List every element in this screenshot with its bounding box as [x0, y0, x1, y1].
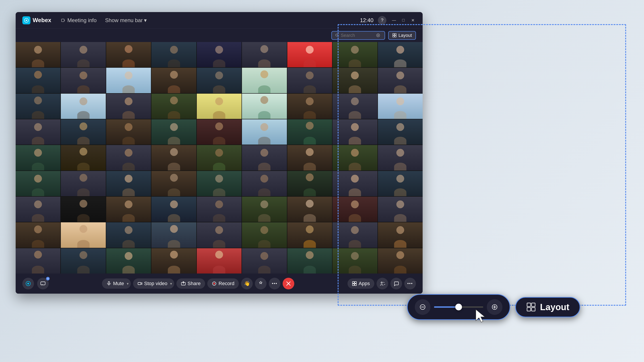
record-button[interactable]: Record	[207, 278, 239, 289]
zoom-out-button[interactable]	[415, 299, 430, 315]
video-cell-42[interactable]	[287, 145, 332, 170]
video-cell-78[interactable]	[287, 248, 332, 274]
video-cell-35[interactable]	[378, 119, 422, 145]
video-cell-66[interactable]	[152, 222, 196, 248]
maximize-button[interactable]: □	[400, 17, 406, 23]
video-cell-69[interactable]	[287, 222, 332, 248]
effects-button[interactable]	[255, 278, 266, 289]
video-cell-38[interactable]	[106, 145, 151, 170]
video-cell-29[interactable]	[106, 119, 151, 145]
video-cell-49[interactable]	[197, 171, 242, 196]
video-cell-7[interactable]	[332, 42, 377, 67]
more-options-button[interactable]: •••	[269, 278, 280, 289]
video-cell-31[interactable]	[197, 119, 242, 145]
video-cell-8[interactable]	[378, 42, 422, 67]
video-cell-9[interactable]	[16, 68, 60, 93]
video-cell-0[interactable]	[16, 42, 60, 67]
video-cell-68[interactable]	[242, 222, 287, 248]
video-cell-54[interactable]	[16, 197, 60, 222]
video-cell-56[interactable]	[106, 197, 151, 222]
zoom-slider[interactable]	[434, 306, 483, 308]
video-cell-59[interactable]	[242, 197, 287, 222]
video-cell-19[interactable]	[61, 94, 106, 119]
video-cell-3[interactable]	[152, 42, 196, 67]
video-cell-16[interactable]	[332, 68, 377, 93]
video-cell-64[interactable]	[61, 222, 106, 248]
chat-side-button[interactable]	[390, 278, 402, 289]
video-cell-73[interactable]	[61, 248, 106, 274]
video-cell-23[interactable]	[242, 94, 287, 119]
video-cell-55[interactable]	[61, 197, 106, 222]
video-cell-11[interactable]	[106, 68, 151, 93]
video-cell-6[interactable]	[287, 42, 332, 67]
more-right-button[interactable]: •••	[404, 278, 416, 289]
video-cell-34[interactable]	[332, 119, 377, 145]
video-cell-21[interactable]	[152, 94, 196, 119]
video-cell-40[interactable]	[197, 145, 242, 170]
video-cell-28[interactable]	[61, 119, 106, 145]
video-cell-70[interactable]	[332, 222, 377, 248]
video-cell-44[interactable]	[378, 145, 422, 170]
minimize-button[interactable]: —	[391, 17, 397, 23]
video-cell-25[interactable]	[332, 94, 377, 119]
video-cell-60[interactable]	[287, 197, 332, 222]
video-cell-76[interactable]	[197, 248, 242, 274]
video-cell-14[interactable]	[242, 68, 287, 93]
video-cell-67[interactable]	[197, 222, 242, 248]
video-cell-37[interactable]	[61, 145, 106, 170]
video-cell-15[interactable]	[287, 68, 332, 93]
video-cell-10[interactable]	[61, 68, 106, 93]
video-cell-65[interactable]	[106, 222, 151, 248]
video-cell-39[interactable]	[152, 145, 196, 170]
video-cell-1[interactable]	[61, 42, 106, 67]
video-cell-79[interactable]	[332, 248, 377, 274]
video-cell-80[interactable]	[378, 248, 422, 274]
search-input[interactable]	[341, 33, 374, 38]
video-cell-63[interactable]	[16, 222, 60, 248]
mute-dropdown-arrow[interactable]: ▾	[127, 282, 128, 286]
video-cell-4[interactable]	[197, 42, 242, 67]
layout-button-large[interactable]: Layout	[515, 297, 580, 317]
video-cell-77[interactable]	[242, 248, 287, 274]
participants-button[interactable]	[376, 278, 388, 289]
video-cell-51[interactable]	[287, 171, 332, 196]
video-cell-71[interactable]	[378, 222, 422, 248]
zoom-in-button[interactable]	[487, 299, 502, 315]
video-dropdown-arrow[interactable]: ▾	[170, 282, 172, 286]
apps-button[interactable]: Apps	[348, 278, 374, 289]
video-cell-36[interactable]	[16, 145, 60, 170]
video-cell-26[interactable]	[378, 94, 422, 119]
share-button[interactable]: Share	[176, 278, 205, 289]
zoom-thumb[interactable]	[455, 304, 462, 310]
close-button[interactable]: ✕	[410, 17, 416, 23]
video-cell-12[interactable]	[152, 68, 196, 93]
video-cell-52[interactable]	[332, 171, 377, 196]
video-cell-22[interactable]	[197, 94, 242, 119]
video-cell-30[interactable]	[152, 119, 196, 145]
video-cell-24[interactable]	[287, 94, 332, 119]
search-clear-icon[interactable]	[376, 33, 380, 37]
mute-button[interactable]: Mute ▾	[102, 278, 131, 289]
video-cell-74[interactable]	[106, 248, 151, 274]
video-cell-27[interactable]	[16, 119, 60, 145]
video-cell-18[interactable]	[16, 94, 60, 119]
video-cell-5[interactable]	[242, 42, 287, 67]
layout-button[interactable]: Layout	[388, 31, 416, 40]
video-cell-17[interactable]	[378, 68, 422, 93]
search-box[interactable]	[332, 31, 385, 40]
video-cell-13[interactable]	[197, 68, 242, 93]
video-cell-48[interactable]	[152, 171, 196, 196]
video-cell-57[interactable]	[152, 197, 196, 222]
stop-video-button[interactable]: Stop video ▾	[133, 278, 174, 289]
video-cell-53[interactable]	[378, 171, 422, 196]
video-cell-58[interactable]	[197, 197, 242, 222]
video-cell-20[interactable]	[106, 94, 151, 119]
video-cell-75[interactable]	[152, 248, 196, 274]
video-cell-46[interactable]	[61, 171, 106, 196]
video-cell-62[interactable]	[378, 197, 422, 222]
video-cell-72[interactable]	[16, 248, 60, 274]
end-call-button[interactable]	[283, 278, 294, 289]
show-menu-button[interactable]: Show menu bar ▾	[102, 16, 150, 25]
video-cell-33[interactable]	[287, 119, 332, 145]
meeting-info-button[interactable]: Meeting info	[58, 16, 100, 25]
